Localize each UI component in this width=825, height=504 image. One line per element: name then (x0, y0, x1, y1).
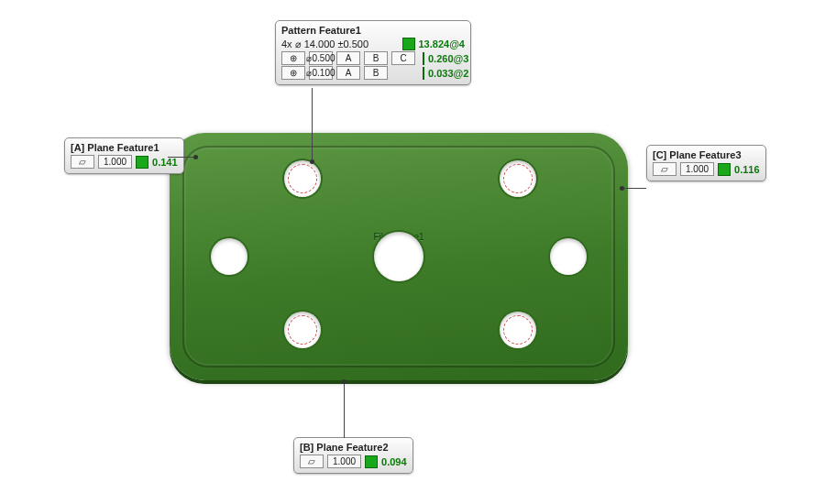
pass-swatch (365, 455, 378, 468)
gdt-tol: 1.000 (98, 155, 132, 169)
leader-node (193, 155, 198, 159)
callout-title: Pattern Feature1 (281, 25, 465, 36)
datum: B (364, 66, 388, 80)
gdt-value: 0.033@2 (428, 68, 468, 79)
datum: A (336, 66, 360, 80)
pass-swatch (423, 67, 424, 80)
flatness-icon: ▱ (653, 162, 676, 176)
gdt-tol: ⌀0.100 (309, 66, 333, 80)
gdt-value: 0.094 (381, 456, 407, 467)
pass-swatch (423, 52, 424, 65)
pass-swatch (718, 163, 731, 176)
gdt-value: 0.260@3 (428, 53, 468, 64)
side-hole-left[interactable] (211, 238, 248, 275)
flatness-icon: ▱ (300, 455, 324, 468)
gdt-tol: ⌀0.500 (309, 51, 333, 65)
part-plate[interactable]: File Device1 (170, 133, 628, 380)
pattern-hole[interactable] (284, 160, 321, 197)
pattern-hole[interactable] (284, 312, 321, 348)
callout-title: [A] Plane Feature1 (71, 142, 178, 153)
viewport[interactable]: File Device1 Pattern Feature1 4x ⌀ 14.00… (0, 0, 825, 504)
datum: B (364, 51, 388, 65)
gdt-tol: 1.000 (327, 455, 361, 468)
callout-pattern-feature1[interactable]: Pattern Feature1 4x ⌀ 14.000 ±0.500 13.8… (275, 20, 471, 85)
pass-swatch (402, 38, 415, 50)
side-hole-right[interactable] (550, 238, 587, 275)
leader-node (310, 159, 314, 164)
gdt-value: 0.116 (734, 164, 760, 175)
gdt-symbol-icon: ⊕ (281, 51, 305, 65)
callout-plane-c[interactable]: [C] Plane Feature3 ▱ 1.000 0.116 (646, 145, 766, 181)
pattern-spec: 4x ⌀ 14.000 ±0.500 (281, 38, 368, 50)
gdt-symbol-icon: ⊕ (281, 66, 305, 80)
callout-plane-a[interactable]: [A] Plane Feature1 ▱ 1.000 0.141 (64, 137, 184, 174)
flatness-icon: ▱ (71, 155, 94, 169)
datum: A (336, 51, 360, 65)
leader-line (623, 188, 646, 189)
gdt-value: 0.141 (152, 157, 178, 168)
leader-node (620, 186, 624, 191)
callout-plane-b[interactable]: [B] Plane Feature2 ▱ 1.000 0.094 (293, 437, 413, 474)
gdt-tol: 1.000 (680, 162, 714, 176)
center-hole[interactable] (374, 232, 424, 281)
pattern-hole[interactable] (500, 160, 536, 197)
pattern-measured: 13.824@4 (419, 38, 466, 49)
leader-line (168, 157, 195, 158)
pattern-hole[interactable] (500, 312, 536, 348)
pass-swatch (136, 156, 148, 169)
callout-title: [B] Plane Feature2 (300, 442, 407, 453)
leader-line (344, 383, 345, 438)
callout-title: [C] Plane Feature3 (653, 149, 760, 160)
leader-node (342, 379, 346, 384)
datum: C (391, 51, 415, 65)
leader-line (312, 88, 313, 161)
